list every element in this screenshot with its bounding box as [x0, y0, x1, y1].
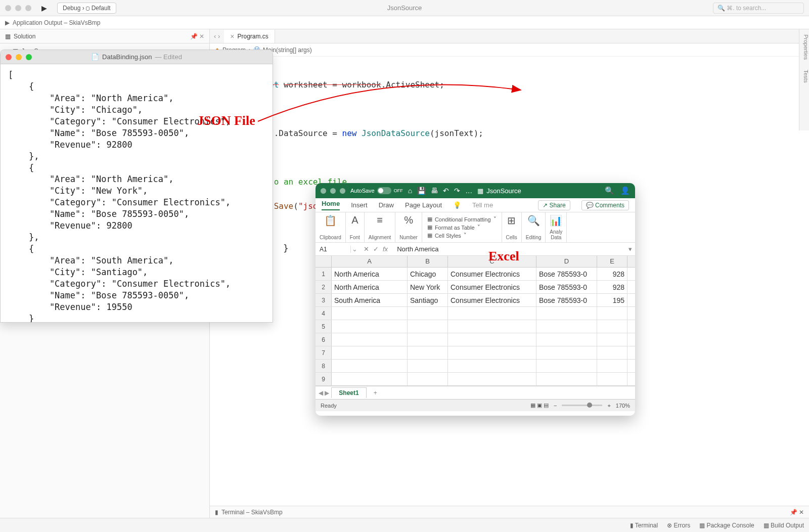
excel-ribbon[interactable]: 📋Clipboard AFont ≡Alignment %Number ▦Con… [316, 212, 635, 243]
tab-draw[interactable]: Draw [379, 201, 394, 209]
print-icon: 🖶 [431, 187, 438, 195]
nav-arrows[interactable]: ‹ › [210, 32, 224, 40]
sheet-tab[interactable]: Sheet1 [331, 387, 366, 398]
debug-selector[interactable]: Debug › ▢ Default [57, 3, 116, 14]
excel-icon: ▦ [477, 187, 483, 195]
excel-titlebar[interactable]: AutoSaveOFF ⌂💾🖶 ↶↷… ▦JsonSource 🔍👤 [316, 183, 635, 198]
annotation-json: JSON File [197, 113, 255, 128]
excel-ribbon-tabs[interactable]: Home Insert Draw Page Layout 💡 Tell me ↗… [316, 198, 635, 212]
search-input[interactable]: 🔍 ⌘. to search... [713, 3, 804, 14]
app-output-bar[interactable]: ▶Application Output – SkiaVsBmp [0, 16, 809, 29]
tell-me[interactable]: Tell me [472, 201, 493, 209]
cells-icon: ⊞ [507, 214, 516, 227]
json-title: 📄 DataBinding.json — Edited [91, 53, 182, 61]
tests-tab[interactable]: Tests [799, 70, 809, 83]
status-errors[interactable]: ⊗ Errors [667, 522, 690, 529]
redo-icon: ↷ [454, 187, 460, 195]
quick-access[interactable]: ⌂💾🖶 ↶↷… [408, 187, 472, 195]
zoom-slider[interactable] [562, 405, 602, 406]
json-file-window: 📄 DataBinding.json — Edited [ { "Area": … [0, 50, 273, 323]
window-title: JsonSource [387, 4, 422, 12]
properties-tab[interactable]: Properties [799, 34, 809, 60]
formula-bar[interactable]: A1 ⌄ ✕✓fx North America ▾ [316, 243, 635, 256]
pin-icon[interactable]: 📌 ✕ [790, 509, 804, 516]
breadcrumb[interactable]: ◆ Program › Ⓜ Main(string[] args) [210, 43, 809, 57]
align-icon: ≡ [377, 214, 383, 226]
user-icon[interactable]: 👤 [620, 186, 630, 195]
status-package[interactable]: ▦ Package Console [699, 522, 754, 529]
doc-title: ▦JsonSource [477, 187, 521, 195]
status-terminal[interactable]: ▮ Terminal [630, 522, 658, 529]
editing-icon: 🔍 [527, 214, 540, 227]
tab-bar: ‹ › × Program.cs [210, 29, 809, 43]
json-content[interactable]: [ { "Area": "North America", "City": "Ch… [1, 64, 273, 323]
sheet-tabs[interactable]: ◀ ▶ Sheet1 + [316, 386, 635, 399]
search-icon[interactable]: 🔍 [605, 186, 614, 195]
ide-status-bar: ▮ Terminal ⊗ Errors ▦ Package Console ▦ … [0, 518, 809, 532]
window-controls[interactable] [6, 54, 32, 60]
autosave-toggle[interactable]: AutoSaveOFF [350, 187, 403, 194]
window-controls[interactable] [5, 5, 31, 11]
terminal-bar[interactable]: ▮Terminal – SkiaVsBmp 📌 ✕ [210, 506, 809, 518]
name-box[interactable]: A1 [316, 246, 351, 253]
run-button[interactable]: ▶ [41, 4, 47, 12]
share-button[interactable]: ↗ Share [538, 200, 570, 210]
window-controls[interactable] [321, 188, 345, 194]
tab-insert[interactable]: Insert [351, 201, 368, 209]
file-icon: 📄 [91, 53, 99, 61]
home-icon: ⌂ [408, 187, 412, 195]
add-sheet[interactable]: + [369, 388, 382, 398]
undo-icon: ↶ [443, 187, 449, 195]
excel-window: AutoSaveOFF ⌂💾🖶 ↶↷… ▦JsonSource 🔍👤 Home … [316, 183, 635, 416]
analyze-icon: 📊 [550, 214, 562, 227]
view-icons[interactable]: ▦ ▣ ▤ [530, 402, 549, 409]
status-build[interactable]: ▦ Build Output [763, 522, 804, 529]
tab-page-layout[interactable]: Page Layout [405, 201, 442, 209]
tab-home[interactable]: Home [322, 200, 340, 210]
top-toolbar: ▶ Debug › ▢ Default JsonSource 🔍 ⌘. to s… [0, 0, 809, 16]
comments-button[interactable]: 💬 Comments [581, 200, 629, 210]
pin-icon[interactable]: 📌 ✕ [190, 33, 204, 40]
number-icon: % [404, 214, 413, 226]
font-icon: A [351, 214, 358, 226]
clipboard-icon: 📋 [324, 214, 337, 227]
solution-header: ▦Solution 📌 ✕ [0, 29, 209, 43]
right-sidebar[interactable]: Properties Tests [799, 29, 809, 130]
save-icon: 💾 [417, 187, 426, 195]
tab-program[interactable]: × Program.cs [224, 30, 275, 43]
excel-grid[interactable]: A B C D E 1North AmericaChicagoConsumer … [316, 256, 635, 386]
close-icon[interactable]: × [230, 32, 234, 40]
json-titlebar[interactable]: 📄 DataBinding.json — Edited [1, 50, 273, 64]
closing-brace: } [283, 243, 289, 253]
excel-status-bar: Ready ▦ ▣ ▤ −+ 170% [316, 399, 635, 411]
annotation-excel: Excel [488, 249, 519, 264]
